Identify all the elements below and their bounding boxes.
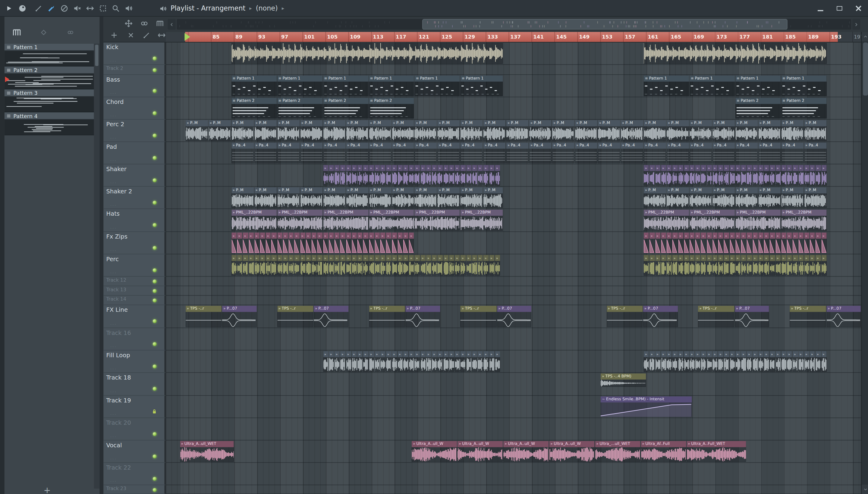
track-mute-led[interactable]: [153, 68, 157, 72]
audio-clip[interactable]: »: [655, 255, 660, 276]
audio-clip[interactable]: »: [443, 351, 448, 372]
track-resize-grip[interactable]: ···: [110, 136, 117, 141]
audio-clip[interactable]: »: [655, 351, 660, 372]
audio-clip[interactable]: »P..M: [232, 120, 254, 141]
audio-clip[interactable]: [644, 43, 826, 64]
audio-clip[interactable]: »TPS -..4 BPM): [601, 374, 646, 387]
audio-clip[interactable]: »TPS -..r: [698, 306, 735, 327]
audio-clip[interactable]: »: [294, 255, 300, 276]
track-header-perc-2[interactable]: Perc 2···: [104, 119, 165, 142]
audio-clip[interactable]: »: [369, 165, 374, 186]
audio-clip[interactable]: »: [346, 232, 351, 253]
audio-clip[interactable]: »: [369, 255, 374, 276]
pattern-item[interactable]: Pattern 1: [4, 44, 94, 66]
audio-clip[interactable]: »: [821, 255, 826, 276]
audio-clip[interactable]: »P..M: [689, 120, 712, 141]
audio-clip[interactable]: »Ultra_A..ull_W: [458, 441, 503, 462]
audio-clip[interactable]: »P...07: [497, 306, 532, 327]
track-mute-led[interactable]: [153, 477, 157, 481]
audio-clip[interactable]: »: [438, 255, 443, 276]
audio-clip[interactable]: »: [380, 351, 386, 372]
track-mute-led[interactable]: [153, 178, 157, 182]
pattern-clip[interactable]: ≡Pattern 2: [781, 98, 826, 119]
audio-clip[interactable]: »: [312, 255, 317, 276]
audio-clip[interactable]: »: [254, 255, 259, 276]
cut-icon[interactable]: [127, 31, 135, 39]
audio-clip[interactable]: »: [329, 255, 334, 276]
audio-clip[interactable]: »: [644, 351, 649, 372]
track-mute-led[interactable]: [153, 133, 157, 137]
vertical-scrollbar-thumb[interactable]: [863, 42, 868, 95]
scroll-down-button[interactable]: [862, 484, 868, 494]
audio-clip[interactable]: »: [489, 351, 494, 372]
audio-clip[interactable]: »: [775, 351, 781, 372]
audio-clip[interactable]: »: [352, 165, 357, 186]
audio-clip[interactable]: »PML_..22BPM: [232, 210, 277, 231]
track-mute-led[interactable]: [153, 223, 157, 227]
audio-clip[interactable]: »: [787, 255, 792, 276]
audio-clip[interactable]: »P..M: [667, 187, 689, 208]
track-header-fill-loop[interactable]: Fill Loop···: [104, 350, 165, 373]
pattern-clip[interactable]: ≡Pattern 1: [644, 76, 689, 96]
audio-clip[interactable]: »PML_..22BPM: [781, 210, 826, 231]
audio-clip[interactable]: »P..M: [277, 120, 300, 141]
track-header-pad[interactable]: Pad···: [104, 142, 165, 164]
audio-clip[interactable]: »P..M: [621, 120, 643, 141]
audio-clip[interactable]: »: [713, 165, 718, 186]
pattern-clip[interactable]: ≡Pattern 2: [369, 98, 414, 119]
audio-clip[interactable]: »P...07: [735, 306, 769, 327]
grid-icon[interactable]: [156, 20, 164, 27]
audio-clip[interactable]: »: [667, 255, 672, 276]
audio-clip[interactable]: »: [713, 255, 718, 276]
audio-clip[interactable]: »: [421, 255, 426, 276]
track-mute-led[interactable]: [153, 387, 157, 391]
track-header-fx-line[interactable]: FX Line···: [104, 305, 165, 328]
audio-clip[interactable]: »: [335, 165, 340, 186]
track-resize-grip[interactable]: ···: [110, 412, 117, 417]
close-button[interactable]: [853, 3, 864, 13]
pattern-item-header[interactable]: Pattern 2: [4, 66, 94, 74]
automation-clip[interactable]: ~Endless Smile..BPM) - Intensit: [601, 396, 692, 417]
audio-clip[interactable]: »Ultra_A..ull_W: [549, 441, 594, 462]
audio-clip[interactable]: »: [804, 165, 809, 186]
vertical-scrollbar[interactable]: [861, 32, 868, 494]
audio-clip[interactable]: »: [655, 232, 660, 253]
audio-clip[interactable]: »: [380, 255, 386, 276]
audio-clip[interactable]: »: [243, 232, 248, 253]
track-header-track-23[interactable]: Track 23: [104, 485, 165, 494]
audio-clip[interactable]: »Pa..4: [598, 142, 620, 163]
audio-clip[interactable]: »: [672, 232, 678, 253]
audio-clip[interactable]: »: [329, 165, 334, 186]
audio-clip[interactable]: »: [770, 351, 775, 372]
audio-clip[interactable]: »: [793, 165, 798, 186]
audio-clip[interactable]: »: [747, 165, 752, 186]
audio-clip[interactable]: »: [816, 232, 821, 253]
audio-clip[interactable]: »: [449, 255, 454, 276]
track-header-track-22[interactable]: Track 22···: [104, 463, 165, 485]
track-header-shaker[interactable]: Shaker···: [104, 165, 165, 187]
audio-clip[interactable]: »: [707, 232, 712, 253]
slip-icon[interactable]: [35, 4, 42, 12]
audio-clip[interactable]: »: [254, 232, 259, 253]
audio-clip[interactable]: »: [689, 165, 695, 186]
audio-clip[interactable]: »: [713, 232, 718, 253]
track-header-track-19[interactable]: Track 19···: [104, 396, 165, 418]
audio-clip[interactable]: »: [770, 165, 775, 186]
pattern-panel-scrollbar[interactable]: [94, 44, 100, 489]
audio-clip[interactable]: »: [672, 255, 678, 276]
pattern-item-header[interactable]: Pattern 4: [4, 112, 94, 119]
audio-clip[interactable]: »: [346, 255, 351, 276]
audio-clip[interactable]: »: [289, 232, 294, 253]
audio-clip[interactable]: »: [724, 165, 729, 186]
audio-clip[interactable]: »Pa..4: [323, 142, 345, 163]
audio-clip[interactable]: »: [466, 255, 472, 276]
scroll-up-button[interactable]: [862, 32, 868, 42]
audio-clip[interactable]: »: [398, 255, 403, 276]
audio-clip[interactable]: »: [495, 165, 500, 186]
audio-clip[interactable]: »: [735, 165, 740, 186]
audio-clip[interactable]: »: [695, 232, 700, 253]
audio-clip[interactable]: »: [340, 165, 345, 186]
audio-clip[interactable]: »Pa..4: [644, 142, 666, 163]
audio-clip[interactable]: »: [392, 232, 397, 253]
audio-clip[interactable]: »: [386, 165, 391, 186]
